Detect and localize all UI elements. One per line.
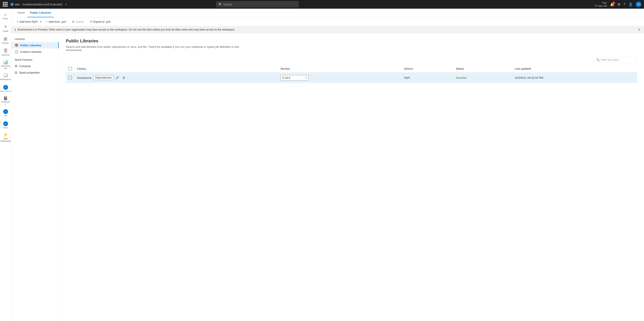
col-last-updated: Last updated xyxy=(512,65,637,72)
add-yaml-button[interactable]: ↑ Add from .yml xyxy=(44,19,68,25)
libraries-table: Library ↑ Version Source Status Last upd… xyxy=(66,65,637,83)
breadcrumb-chevron[interactable]: ▾ xyxy=(66,3,67,6)
toolbar: + Add from PyPI ▾ ↑ Add from .yml 🗑 Dele… xyxy=(11,17,644,26)
browse-icon: ⊞ xyxy=(4,36,7,41)
notifications-button[interactable]: 🔔 6 xyxy=(610,2,614,6)
filter-input-box[interactable]: 🔍 xyxy=(594,57,637,63)
left-panel: Libraries 📚 Public Libraries 📋 Custom Li… xyxy=(11,33,59,321)
add-pypi-main-button[interactable]: + Add from PyPI xyxy=(15,19,39,25)
page-title: Public Libraries xyxy=(66,38,637,43)
filter-by-name-input[interactable] xyxy=(601,58,635,61)
infobar: ℹ Environment is in Preview. Other users… xyxy=(11,26,644,33)
tab-home[interactable]: Home xyxy=(15,9,28,17)
upload-icon: ↑ xyxy=(46,20,48,23)
sort-arrow-library: ↑ xyxy=(87,68,88,70)
spark-properties-icon: ⊟ xyxy=(15,71,17,74)
col-source: Source xyxy=(402,65,454,72)
shuaijun-avatar: S xyxy=(3,85,8,90)
workspaces-icon: ❏ xyxy=(4,73,8,78)
sidebar-item-home[interactable]: ⌂ Home xyxy=(0,10,11,22)
sidebar-item-datahub[interactable]: 🗄 Data hub xyxy=(0,47,11,58)
sidebar-item-notebook1[interactable]: 📓 Notebook 1 xyxy=(0,95,11,106)
search-bar[interactable]: 🔍 xyxy=(216,1,298,7)
env-label[interactable]: e env xyxy=(10,2,20,6)
add-icon: + xyxy=(17,20,18,23)
sidebar-item-env11[interactable]: e env11 xyxy=(0,119,11,131)
sidebar-item-data-engineering[interactable]: ⚡ Data Engineering xyxy=(0,132,11,143)
delete-icon: 🗑 xyxy=(72,20,75,23)
two-panel: Libraries 📚 Public Libraries 📋 Custom Li… xyxy=(11,33,644,321)
spark-compute-section-title: Spark Compute xyxy=(11,55,59,63)
sidebar-item-monitoring[interactable]: 📊 Monitoring hub xyxy=(0,59,11,70)
left-nav-spark-properties[interactable]: ⊟ Spark properties xyxy=(11,69,59,76)
row-checkbox-fuzzywuzzy[interactable] xyxy=(68,76,72,79)
subnav: Home Public Libraries xyxy=(11,9,644,17)
env11-avatar: e xyxy=(3,121,8,126)
trash-icon: 🗑 xyxy=(122,76,125,79)
version-select-dropdown[interactable]: 0.18.0 ▾ xyxy=(280,75,309,80)
row-actions: Dependencies 🔗 🗑 xyxy=(93,75,127,81)
sidebar-item-shuaijun[interactable]: S Shuaijun_Demo_Env xyxy=(0,83,11,94)
left-nav-compute[interactable]: ⚙ Compute xyxy=(11,63,59,69)
libraries-section-title: Libraries xyxy=(11,37,59,42)
content-area: Home Public Libraries + Add from PyPI ▾ … xyxy=(11,9,644,321)
filter-search-icon: 🔍 xyxy=(596,58,600,61)
link-icon: 🔗 xyxy=(116,76,119,79)
sidebar-item-workspaces[interactable]: ❏ Workspaces xyxy=(0,71,11,82)
settings-button[interactable]: ⚙ xyxy=(617,2,620,6)
help-button[interactable]: ? xyxy=(624,2,625,6)
add-pypi-button-group: + Add from PyPI ▾ xyxy=(15,19,43,25)
topbar-right: Trial: 57 days left 🔔 6 ⚙ ? 👤 SD xyxy=(595,1,642,7)
page-description: Search and add libraries from public rep… xyxy=(66,45,239,52)
notebook-icon: 📓 xyxy=(4,96,8,100)
export-yaml-button[interactable]: ↗ Export to .yml xyxy=(87,19,113,25)
env-icon: e xyxy=(10,2,14,6)
search-icon: 🔍 xyxy=(218,3,222,6)
accounts-button[interactable]: 👤 xyxy=(628,2,633,6)
create-icon: + xyxy=(4,24,7,30)
col-version: Version xyxy=(278,65,402,72)
avatar[interactable]: SD xyxy=(636,1,642,7)
info-icon: ℹ xyxy=(15,28,16,31)
left-nav-custom-libraries[interactable]: 📋 Custom Libraries xyxy=(11,48,59,55)
delete-row-button[interactable]: 🗑 xyxy=(121,75,127,81)
notification-badge: 6 xyxy=(612,1,615,4)
sidebar-item-browse[interactable]: ⊞ Browse xyxy=(0,35,11,46)
sidebar-item-env[interactable]: e env xyxy=(0,107,11,119)
status-cell: Success xyxy=(454,72,512,83)
status-badge: Success xyxy=(456,76,466,79)
public-libraries-icon: 📚 xyxy=(15,43,18,47)
delete-button[interactable]: 🗑 Delete xyxy=(69,19,86,25)
data-engineering-icon: ⚡ xyxy=(3,132,8,137)
link-icon-button[interactable]: 🔗 xyxy=(114,75,120,81)
topbar: e env Confidential\Microsoft Extended ▾ … xyxy=(0,0,644,9)
version-cell: 0.18.0 ▾ xyxy=(278,72,402,83)
library-name-cell: fuzzywuzzy Dependencies 🔗 🗑 xyxy=(74,72,278,83)
env-avatar: e xyxy=(3,109,8,114)
custom-libraries-icon: 📋 xyxy=(15,50,18,53)
source-cell: PyPI xyxy=(402,72,454,83)
select-all-checkbox[interactable] xyxy=(68,67,72,71)
last-updated-cell: 10/24/23, 04:22:02 PM xyxy=(512,72,637,83)
version-chevron-icon: ▾ xyxy=(306,77,307,79)
datahub-icon: 🗄 xyxy=(4,48,8,53)
table-row: fuzzywuzzy Dependencies 🔗 🗑 xyxy=(66,72,637,83)
compute-icon: ⚙ xyxy=(15,64,18,68)
col-library[interactable]: Library ↑ xyxy=(74,65,278,72)
add-pypi-dropdown-button[interactable]: ▾ xyxy=(39,19,43,25)
sidebar-item-create[interactable]: + Create xyxy=(0,22,11,34)
right-panel: Public Libraries Search and add librarie… xyxy=(59,33,644,321)
main-layout: ⌂ Home + Create ⊞ Browse 🗄 Data hub 📊 Mo… xyxy=(0,9,644,321)
infobar-close-button[interactable]: ✕ xyxy=(638,28,640,31)
left-nav-public-libraries[interactable]: 📚 Public Libraries xyxy=(11,42,59,48)
trial-info: Trial: 57 days left xyxy=(595,1,607,7)
breadcrumb: Confidential\Microsoft Extended xyxy=(22,3,62,6)
search-input[interactable] xyxy=(223,3,296,6)
dependencies-button[interactable]: Dependencies xyxy=(93,75,114,80)
home-icon: ⌂ xyxy=(4,12,7,17)
sidebar-icons: ⌂ Home + Create ⊞ Browse 🗄 Data hub 📊 Mo… xyxy=(0,9,11,321)
export-icon: ↗ xyxy=(90,20,92,23)
tab-public-libraries[interactable]: Public Libraries xyxy=(28,9,54,17)
col-status: Status xyxy=(454,65,512,72)
waffle-menu[interactable] xyxy=(2,2,8,7)
